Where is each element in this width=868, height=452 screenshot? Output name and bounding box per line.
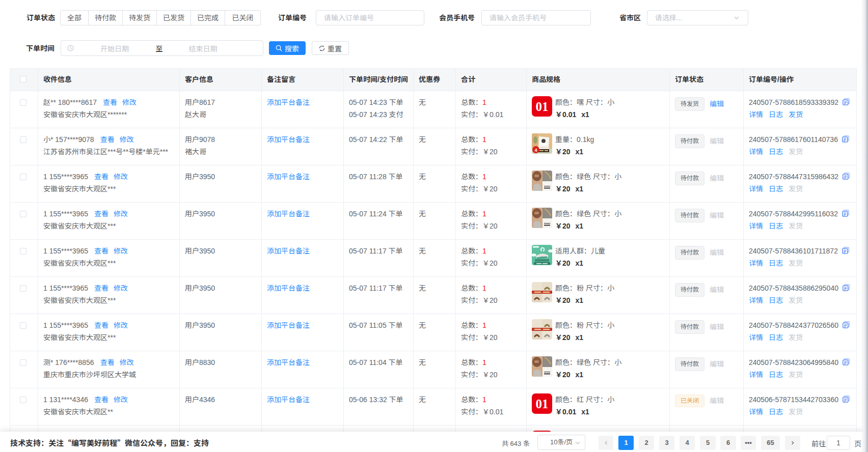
svg-text:01: 01 [536,100,549,114]
svg-text:4: 4 [534,148,537,153]
svg-text:01: 01 [536,397,549,411]
